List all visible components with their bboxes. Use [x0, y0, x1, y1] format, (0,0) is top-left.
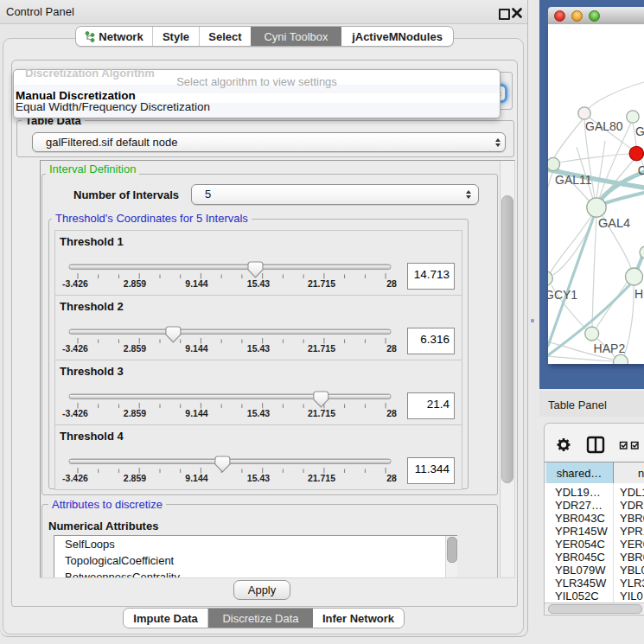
svg-text:15.43: 15.43 [247, 407, 270, 418]
svg-text:9.144: 9.144 [185, 277, 207, 288]
svg-text:28: 28 [386, 342, 397, 353]
svg-text:21.715: 21.715 [308, 472, 335, 482]
svg-text:GCY1: GCY1 [548, 288, 577, 302]
svg-text:2.859: 2.859 [124, 277, 146, 288]
svg-text:28: 28 [386, 277, 397, 288]
svg-text:2.859: 2.859 [124, 342, 146, 353]
svg-text:-3.426: -3.426 [62, 342, 88, 353]
svg-text:-3.426: -3.426 [62, 407, 88, 418]
svg-text:2.859: 2.859 [124, 472, 146, 482]
svg-text:GAL11: GAL11 [555, 173, 592, 187]
svg-text:28: 28 [386, 407, 397, 418]
svg-text:15.43: 15.43 [247, 277, 270, 288]
svg-text:9.144: 9.144 [185, 407, 207, 418]
svg-text:C: C [638, 163, 644, 177]
svg-text:HI: HI [634, 287, 644, 301]
svg-text:9.144: 9.144 [185, 472, 207, 482]
svg-text:-3.426: -3.426 [62, 472, 88, 482]
svg-text:28: 28 [386, 472, 397, 482]
svg-text:HAP2: HAP2 [594, 341, 626, 355]
svg-text:21.715: 21.715 [308, 342, 335, 353]
svg-text:GAL4: GAL4 [598, 216, 630, 230]
svg-text:GAL80: GAL80 [585, 119, 623, 133]
svg-text:21.715: 21.715 [308, 407, 335, 418]
svg-text:21.715: 21.715 [308, 277, 335, 288]
svg-text:9.144: 9.144 [185, 342, 207, 353]
svg-text:15.43: 15.43 [247, 342, 270, 353]
svg-text:-3.426: -3.426 [62, 277, 88, 288]
svg-text:15.43: 15.43 [247, 472, 270, 482]
svg-text:2.859: 2.859 [124, 407, 146, 418]
svg-text:GA: GA [635, 124, 644, 138]
